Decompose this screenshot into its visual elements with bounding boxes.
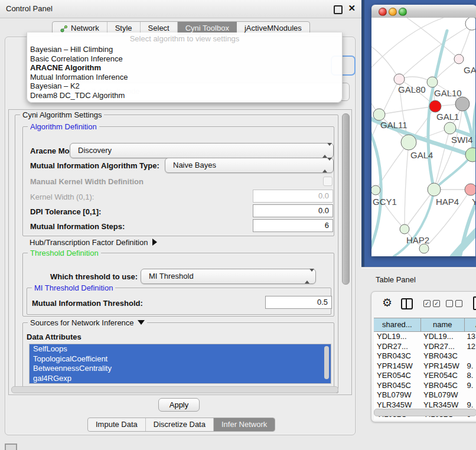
table-row[interactable]: YBR043CYBR043C [374, 351, 476, 361]
table-cell [464, 351, 476, 361]
tab-label: Impute Data [96, 418, 138, 431]
node-gal1[interactable] [429, 100, 441, 112]
algorithm-option-bayesian-k2[interactable]: Bayesian – K2 [27, 81, 342, 91]
mi-algorithm-type-label: Mutual Information Algorithm Type: [30, 161, 159, 170]
list-scrollbar-thumb[interactable] [324, 346, 329, 379]
mi-threshold-input[interactable]: 0.5 [265, 296, 332, 309]
network-edge [407, 18, 459, 59]
mi-algorithm-type-combo[interactable]: Naive Bayes [165, 158, 334, 173]
node-label: Y [472, 197, 475, 207]
mi-threshold-definition-group: MI Threshold Definition Mutual Informati… [27, 288, 331, 315]
node-gal80[interactable] [394, 74, 405, 84]
sources-group: Sources for Network Inference Data Attri… [22, 322, 334, 393]
algorithm-option-aracne-algorithm[interactable]: ARACNE Algorithm [27, 63, 342, 73]
algorithm-option-bayesian-hill-climbing[interactable]: Bayesian – Hill Climbing [27, 45, 342, 54]
export-table-icon[interactable] [473, 296, 476, 310]
network-icon [60, 25, 68, 32]
table-cell: 8. [464, 371, 476, 381]
table-cell: YDR27... [420, 342, 464, 352]
tab-label: Infer Network [221, 418, 267, 431]
combo-stepper-icon [322, 161, 328, 169]
bottom-tab-discretize-data[interactable]: Discretize Data [146, 418, 214, 431]
table-row[interactable]: YBR045CYBR045C9. [374, 381, 476, 391]
combo-stepper-icon [305, 272, 310, 281]
tab-label: Discretize Data [154, 418, 206, 431]
table-horizontal-scrollbar[interactable] [374, 409, 476, 416]
which-threshold-combo[interactable]: MI Threshold [141, 269, 316, 284]
network-edge-highlighted [434, 155, 472, 190]
aracne-mode-combo[interactable]: Discovery [70, 143, 334, 158]
data-attributes-label: Data Attributes [27, 332, 81, 341]
float-window-icon[interactable] [334, 5, 343, 14]
settings-vertical-scrollbar[interactable] [342, 113, 350, 285]
data-attribute-topologicalcoefficient[interactable]: TopologicalCoefficient [30, 354, 331, 364]
select-all-checkboxes-icon[interactable]: ✓✓ [423, 300, 440, 307]
column-selector-icon[interactable] [401, 298, 413, 309]
column-header-shared-[interactable]: shared... [374, 318, 421, 331]
dpi-tolerance-input[interactable]: 0.0 [253, 204, 333, 217]
mi-threshold-definition-title: MI Threshold Definition [32, 283, 115, 292]
node-gcy1[interactable] [371, 185, 380, 195]
node-swi4[interactable] [444, 122, 456, 134]
cyni-algorithm-settings-title: Cyni Algorithm Settings [20, 110, 104, 119]
table-cell: YBR043C [374, 351, 420, 361]
apply-button[interactable]: Apply [158, 398, 200, 412]
gear-icon[interactable]: ⚙ [382, 296, 392, 309]
node-hap2[interactable] [400, 224, 409, 234]
mi-threshold-label: Mutual Information Threshold: [32, 299, 143, 308]
node[interactable] [465, 18, 475, 30]
bottom-tabbar: Impute DataDiscretize DataInfer Network [87, 418, 275, 432]
data-attribute-selfloops[interactable]: SelfLoops [30, 344, 331, 354]
table-cell: 9. [464, 381, 476, 391]
node-gal11[interactable] [373, 109, 385, 120]
node-label: GAL10 [434, 88, 462, 98]
node-gal[interactable] [454, 54, 464, 64]
threshold-definition-group: Threshold Definition Which threshold to … [22, 253, 334, 317]
network-edge [434, 128, 450, 190]
data-attribute-betweennesscentrality[interactable]: BetweennessCentrality [30, 364, 331, 374]
column-header-a[interactable]: A [465, 318, 476, 331]
node-label: GAL80 [398, 84, 426, 94]
which-threshold-label: Which threshold to use: [50, 272, 138, 281]
bottom-tab-infer-network[interactable]: Infer Network [214, 418, 275, 431]
table-row[interactable]: YDL19...YDL19...13 [374, 332, 476, 342]
hub-definition-expander[interactable]: Hub/Transcription Factor Definition [30, 238, 157, 247]
table-row[interactable]: YBL079WYBL079W [374, 390, 476, 400]
algorithm-option-dream8-dc-tdc-algorithm[interactable]: Dream8 DC_TDC Algorithm [27, 91, 342, 100]
algorithm-option-basic-correlation-inference[interactable]: Basic Correlation Inference [27, 54, 342, 64]
table-row[interactable]: YPR145WYPR145W9. [374, 361, 476, 371]
node-label: GAL1 [436, 112, 459, 122]
node-y[interactable] [465, 184, 475, 195]
node[interactable] [419, 244, 429, 253]
table-cell [464, 390, 476, 400]
network-window-titlebar[interactable] [371, 5, 476, 18]
kernel-width-input: 0.0 [253, 190, 333, 203]
node-gal10[interactable] [427, 77, 438, 87]
mi-steps-input[interactable]: 6 [253, 219, 333, 232]
sources-title[interactable]: Sources for Network Inference [28, 318, 147, 327]
mi-threshold-value: 0.5 [317, 298, 328, 306]
close-traffic-light-icon[interactable] [379, 8, 387, 16]
deselect-all-checkboxes-icon[interactable] [446, 300, 462, 307]
bottom-tab-impute-data[interactable]: Impute Data [88, 418, 146, 431]
node-hap4[interactable] [428, 183, 441, 196]
node-gal4[interactable] [401, 135, 416, 150]
algorithm-definition-group: Algorithm Definition Aracne Mode: Discov… [22, 126, 334, 236]
window-title: Control Panel [6, 0, 53, 18]
column-header-name[interactable]: name [421, 318, 465, 331]
minimize-traffic-light-icon[interactable] [389, 8, 397, 16]
table-row[interactable]: YDR27...YDR27...12 [374, 342, 476, 352]
aracne-mode-value: Discovery [78, 146, 112, 155]
close-icon[interactable]: ✕ [348, 3, 356, 14]
node[interactable] [455, 97, 470, 111]
algorithm-option-mutual-information-inference[interactable]: Mutual Information Inference [27, 73, 342, 82]
zoom-traffic-light-icon[interactable] [399, 8, 407, 16]
table-cell: 13 [464, 332, 476, 342]
table-row[interactable]: YER054CYER054C8. [374, 371, 476, 381]
algorithm-definition-title: Algorithm Definition [28, 122, 99, 131]
data-attribute-gal4rgexp[interactable]: gal4RGexp [30, 374, 331, 384]
table-cell: 9. [464, 361, 476, 371]
network-canvas[interactable]: GAL80GALGAL10GAL1GAL11SWI4GAL4GCY1HAP4YH… [371, 18, 475, 256]
table-cell: YDR27... [374, 342, 420, 352]
settings-horizontal-scrollbar[interactable] [11, 386, 338, 393]
